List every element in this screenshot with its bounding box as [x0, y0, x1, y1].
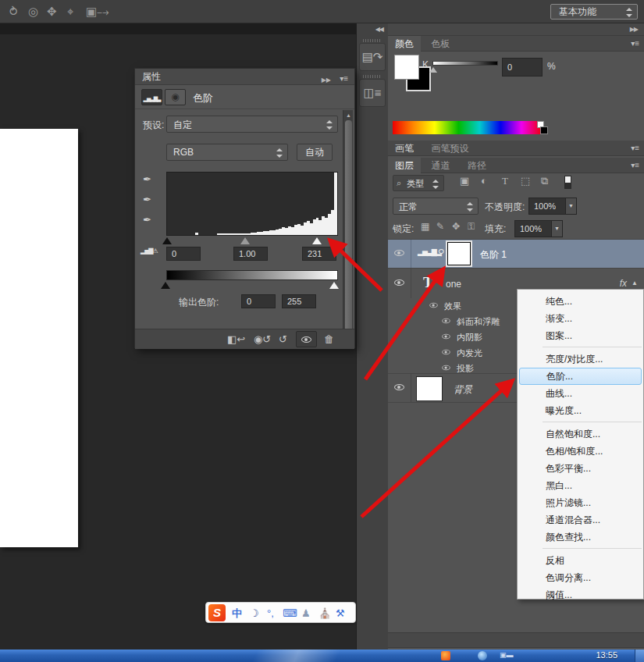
output-highlight-slider[interactable]: [329, 282, 339, 289]
tab-properties[interactable]: 属性: [135, 71, 161, 82]
panel-menu-icon[interactable]: ▾≡: [631, 39, 639, 48]
fill-combo[interactable]: 100% ▼: [514, 220, 563, 237]
eye-icon[interactable]: [394, 279, 404, 286]
menu-item[interactable]: 色相/饱和度...: [518, 443, 643, 460]
3d-panel-icon[interactable]: ◫≡: [359, 79, 386, 107]
lock-transparency-icon[interactable]: ▦: [421, 221, 429, 232]
dropdown-arrow-icon[interactable]: ▼: [552, 220, 563, 237]
filter-pixel-layers-icon[interactable]: ▣: [460, 175, 469, 187]
reset-adjustment-icon[interactable]: ↺: [279, 333, 287, 347]
menu-item[interactable]: 照片滤镜...: [518, 494, 643, 511]
menu-item[interactable]: 图案...: [518, 327, 643, 344]
menu-item[interactable]: 色阶...: [519, 368, 642, 385]
properties-scrollbar[interactable]: ▲ ▼: [343, 110, 353, 348]
output-shadow-slider[interactable]: [161, 282, 170, 289]
taskbar[interactable]: ▣▬ 13:55: [0, 650, 644, 662]
delete-adjustment-icon[interactable]: 🗑: [324, 333, 334, 347]
tab-brush-presets[interactable]: 画笔预设: [424, 141, 475, 158]
3d-slide-tool-icon[interactable]: ⌖: [67, 4, 73, 20]
collapse-panels-icon[interactable]: ◀◀: [375, 26, 383, 33]
ime-skin-icon[interactable]: ⛪: [318, 607, 331, 620]
scroll-thumb[interactable]: [345, 120, 352, 336]
layer-name[interactable]: 色阶 1: [480, 248, 507, 262]
document-canvas[interactable]: [0, 129, 78, 547]
input-highlight-field[interactable]: 231: [302, 247, 336, 261]
preset-select[interactable]: 自定: [166, 116, 338, 133]
panel-menu-icon[interactable]: ▾≡: [340, 71, 348, 87]
clock[interactable]: 13:55: [596, 650, 617, 660]
eye-icon[interactable]: [429, 303, 437, 308]
collapse-effects-icon[interactable]: ▲: [632, 279, 638, 287]
text-layer-thumbnail[interactable]: T: [423, 274, 433, 291]
eye-icon[interactable]: [442, 350, 450, 354]
filter-smart-objects-icon[interactable]: ⧉: [541, 175, 548, 187]
menu-item[interactable]: 纯色...: [518, 293, 643, 310]
filter-shape-layers-icon[interactable]: ⬚: [521, 175, 530, 187]
visibility-cell[interactable]: [388, 240, 411, 268]
input-highlight-slider[interactable]: [312, 237, 322, 244]
foreground-color-swatch[interactable]: [394, 55, 419, 80]
black-point-eyedropper-icon[interactable]: ✒: [143, 173, 155, 186]
menu-item[interactable]: 色调分离...: [518, 569, 643, 586]
filter-adjustment-layers-icon[interactable]: ◐: [481, 175, 487, 187]
layer-mask-thumbnail[interactable]: [447, 242, 471, 265]
ime-tools-icon[interactable]: ⚒: [336, 607, 345, 620]
eye-icon[interactable]: [394, 250, 404, 256]
background-thumbnail[interactable]: [416, 376, 443, 401]
input-midtone-slider[interactable]: [240, 237, 250, 244]
eye-icon[interactable]: [394, 384, 404, 390]
spectrum-black-swatch[interactable]: [540, 126, 548, 134]
menu-item[interactable]: 曝光度...: [518, 402, 643, 419]
menu-item[interactable]: 阈值...: [518, 586, 643, 603]
tab-layers[interactable]: 图层: [388, 158, 421, 175]
3d-orbit-tool-icon[interactable]: ⥁: [9, 4, 17, 20]
workspace-switcher[interactable]: 基本功能: [550, 4, 638, 20]
history-panel-icon[interactable]: ▤↷: [359, 43, 386, 71]
3d-roll-tool-icon[interactable]: ◎: [28, 4, 38, 20]
eye-icon[interactable]: [442, 334, 450, 339]
mask-link-icon[interactable]: ⚲: [438, 247, 444, 258]
lock-position-icon[interactable]: ✥: [452, 221, 460, 232]
taskbar-app-title[interactable]: ▣▬: [500, 651, 514, 659]
blend-mode-select[interactable]: 正常: [393, 198, 479, 215]
tab-swatches[interactable]: 色板: [424, 36, 457, 53]
lock-all-icon[interactable]: ⚿: [468, 221, 475, 232]
channel-select[interactable]: RGB: [166, 144, 288, 161]
k-slider-thumb[interactable]: [429, 67, 437, 73]
tab-channels[interactable]: 通道: [424, 158, 457, 175]
scroll-up-icon[interactable]: ▲: [346, 112, 351, 118]
menu-item[interactable]: 通道混合器...: [518, 511, 643, 529]
filter-toggle-switch[interactable]: [564, 176, 571, 189]
tab-color[interactable]: 颜色: [388, 36, 421, 53]
histogram-button[interactable]: ▂▅▃▇▃: [141, 89, 162, 105]
filter-type-layers-icon[interactable]: T: [502, 175, 508, 187]
k-value-field[interactable]: 0: [502, 58, 543, 77]
color-spectrum-ramp[interactable]: [393, 121, 543, 134]
ime-keyboard-icon[interactable]: ⌨: [283, 607, 297, 620]
auto-button[interactable]: 自动: [297, 144, 333, 161]
eye-icon[interactable]: [442, 365, 450, 370]
visibility-cell[interactable]: [388, 269, 411, 298]
menu-item[interactable]: 颜色查找...: [518, 529, 643, 546]
menu-item[interactable]: 黑白...: [518, 477, 643, 494]
sogou-logo-icon[interactable]: S: [208, 604, 226, 621]
dropdown-arrow-icon[interactable]: ▼: [566, 198, 577, 215]
menu-item[interactable]: 渐变...: [518, 310, 643, 327]
ime-chinese-mode-icon[interactable]: 中: [232, 607, 242, 620]
view-previous-state-icon[interactable]: ◉↺: [254, 333, 271, 347]
ime-toolbar[interactable]: S 中 ☽ °, ⌨ ♟ ⛪ ⚒: [205, 602, 356, 623]
taskbar-sogou-icon[interactable]: [441, 651, 450, 660]
expand-panels-icon[interactable]: ▶▶: [630, 26, 638, 33]
mask-button[interactable]: ◉: [165, 89, 186, 105]
menu-item[interactable]: 色彩平衡...: [518, 460, 643, 477]
taskbar-app-icon[interactable]: [478, 651, 487, 660]
panel-menu-icon[interactable]: ▾≡: [631, 144, 639, 152]
3d-pan-tool-icon[interactable]: ✥: [47, 4, 57, 20]
opacity-combo[interactable]: 100% ▼: [528, 198, 577, 215]
layer-filter-select[interactable]: ⌕ 类型: [393, 175, 444, 191]
white-point-eyedropper-icon[interactable]: ✒: [143, 214, 155, 226]
gray-point-eyedropper-icon[interactable]: ✒: [143, 194, 155, 206]
menu-item[interactable]: 反相: [518, 552, 643, 569]
output-highlight-field[interactable]: 255: [282, 294, 316, 308]
panel-menu-icon[interactable]: ▾≡: [631, 161, 639, 169]
